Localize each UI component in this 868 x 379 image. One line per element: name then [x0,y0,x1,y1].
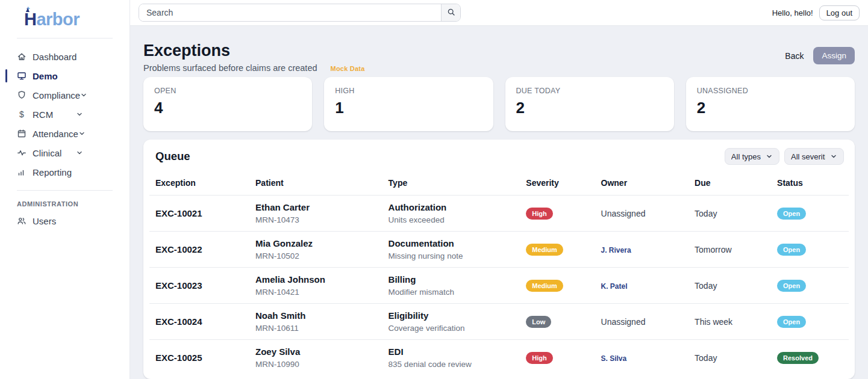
column-header: Exception [149,173,249,196]
column-header: Due [688,173,771,196]
exception-id: EXC-10021 [155,208,202,218]
sidebar-item-label: RCM [33,109,53,120]
logout-button[interactable]: Log out [819,5,860,20]
table-row[interactable]: EXC-10021 Ethan Carter MRN-10473 Authori… [149,196,849,232]
sidebar-divider [17,38,113,39]
sidebar-item-users[interactable]: Users [0,211,96,230]
mock-data-badge: Mock Data [331,65,365,72]
page-title: Exceptions [143,41,365,60]
table-row[interactable]: EXC-10022 Mia Gonzalez MRN-10502 Documen… [149,232,849,268]
status-badge: Open [777,316,806,328]
patient-mrn: MRN-10473 [255,215,376,225]
patient-name: Amelia Johnson [255,274,376,285]
stat-value: 2 [516,99,663,117]
sidebar-item-attendance[interactable]: Attendance [0,124,96,143]
column-header: Severity [520,173,595,196]
owner-cell: S. Silva [601,354,627,363]
due-cell: Today [695,209,717,218]
stat-card-open: OPEN 4 [143,77,312,131]
sidebar-item-clinical[interactable]: Clinical [0,143,96,162]
patient-mrn: MRN-10990 [255,359,376,369]
type-filter-select[interactable]: All types [725,148,779,165]
sidebar-item-compliance[interactable]: Compliance [0,85,96,105]
chevron-down-icon [766,153,773,160]
back-button[interactable]: Back [784,49,805,63]
sidebar-item-rcm[interactable]: $ RCM [0,105,96,124]
users-icon [17,216,27,226]
owner-cell: K. Patel [601,282,628,291]
brand-rest: arbor [36,10,80,29]
patient-name: Mia Gonzalez [255,238,376,249]
assign-button[interactable]: Assign [813,47,855,64]
stat-value: 1 [335,99,482,117]
dollar-icon: $ [17,109,27,119]
patient-mrn: MRN-10421 [255,287,376,297]
patient-name: Noah Smith [255,310,376,321]
exception-type: Eligibility [389,310,514,321]
sidebar-nav: Dashboard Demo Compliance [0,47,130,182]
exception-id: EXC-10024 [155,316,202,327]
activity-icon [17,148,27,158]
search-group [139,4,461,22]
queue-table-body: EXC-10021 Ethan Carter MRN-10473 Authori… [149,196,849,376]
chevron-down-icon [830,153,837,160]
exception-id: EXC-10022 [155,244,202,254]
sidebar-item-label: Reporting [33,167,72,177]
due-cell: Today [695,281,717,291]
search-input[interactable] [139,4,441,21]
sidebar-item-label: Dashboard [33,52,76,62]
sidebar-item-demo[interactable]: Demo [0,66,96,85]
page-content: Exceptions Problems surfaced before clai… [130,26,868,379]
table-row[interactable]: EXC-10023 Amelia Johnson MRN-10421 Billi… [149,268,849,304]
chevron-down-icon [80,91,87,99]
sidebar-item-label: Clinical [33,148,61,158]
stat-label: DUE TODAY [516,87,663,95]
sidebar-item-dashboard[interactable]: Dashboard [0,47,96,66]
severity-filter-value: All severities [791,152,825,161]
active-indicator [5,69,7,82]
patient-mrn: MRN-10502 [255,251,376,261]
exception-type: Authorization [389,202,514,213]
greeting-text: Hello, hello! [772,8,813,17]
owner-cell: J. Rivera [601,246,631,254]
sidebar-item-reporting[interactable]: Reporting [0,162,96,182]
column-header: Owner [595,173,689,196]
exception-type: Billing [389,274,514,285]
bar-chart-icon [17,167,27,177]
table-header-row: Exception Patient Type Severity Owner Du… [149,173,849,196]
search-button[interactable] [441,4,460,21]
column-header: Patient [249,173,382,196]
patient-name: Ethan Carter [255,202,376,213]
column-header: Type [382,173,520,196]
column-header: Status [771,173,849,196]
patient-name: Zoey Silva [255,346,376,357]
sidebar-item-label: Attendance [33,129,78,139]
sidebar: ✦ Harbor Dashboard Demo [0,0,130,379]
exception-detail: Units exceeded [389,215,514,225]
queue-title: Queue [155,150,190,163]
queue-table: Exception Patient Type Severity Owner Du… [149,173,849,375]
due-cell: Today [695,353,717,363]
calendar-icon [17,129,27,138]
owner-cell: Unassigned [601,209,646,218]
exception-id: EXC-10023 [155,280,202,291]
stats-row: OPEN 4 HIGH 1 DUE TODAY 2 UNASSIGNED 2 [143,77,855,131]
stat-card-high: HIGH 1 [324,77,493,131]
exception-type: EDI [389,346,514,357]
sidebar-divider [17,190,113,191]
brand-logo[interactable]: ✦ Harbor [0,0,130,35]
exception-detail: 835 denial code review [389,359,514,369]
severity-badge: Low [526,316,551,328]
table-row[interactable]: EXC-10024 Noah Smith MRN-10611 Eligibili… [149,304,849,340]
page-header: Exceptions Problems surfaced before clai… [143,41,855,73]
exception-detail: Coverage verification [389,323,514,333]
sidebar-item-label: Demo [33,71,58,81]
severity-badge: Medium [526,244,563,256]
main-area: Hello, hello! Log out Exceptions Problem… [130,0,868,379]
lighthouse-icon [26,8,30,12]
stat-card-due-today: DUE TODAY 2 [505,77,674,131]
chevron-down-icon [76,149,83,156]
table-row[interactable]: EXC-10025 Zoey Silva MRN-10990 EDI 835 d… [149,340,849,376]
stat-value: 4 [154,99,301,117]
severity-filter-select[interactable]: All severities [784,148,844,165]
